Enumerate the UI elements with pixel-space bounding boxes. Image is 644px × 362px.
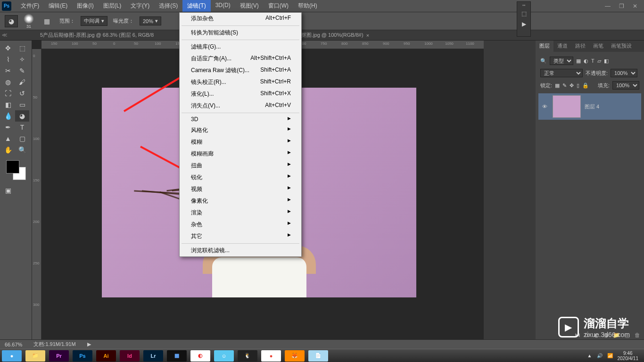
minimize-button[interactable]: — (605, 3, 611, 9)
color-swatches[interactable] (6, 160, 26, 180)
filter-smart-icon[interactable]: ◧ (604, 58, 609, 64)
pen-tool[interactable]: ✒ (1, 122, 15, 133)
menu-item[interactable]: 添加杂色Alt+Ctrl+F (180, 13, 301, 25)
menu-图像[interactable]: 图像(I) (72, 0, 98, 12)
tray-wifi-icon[interactable]: 📶 (607, 353, 613, 358)
panel-tab[interactable]: 画笔 (589, 41, 607, 52)
eraser-tool[interactable]: ◧ (1, 99, 15, 110)
taskbar-app[interactable]: ▦ (167, 350, 187, 362)
menu-item[interactable]: 消失点(V)...Alt+Ctrl+V (180, 100, 301, 112)
tab-scroll-left[interactable]: ≪ (2, 32, 8, 38)
blur-tool[interactable]: 💧 (1, 110, 15, 122)
floating-panel[interactable]: ▪▪ ⬚ ▶ (517, 1, 531, 37)
magic-wand-tool[interactable]: ✧ (15, 54, 29, 65)
menu-item[interactable]: Camera Raw 滤镜(C)...Shift+Ctrl+A (180, 65, 301, 76)
zoom-level[interactable]: 66.67% (5, 342, 22, 347)
taskbar-app[interactable]: 📄 (308, 350, 328, 362)
close-tab-icon[interactable]: × (366, 33, 369, 38)
filter-adjust-icon[interactable]: ◐ (584, 58, 588, 64)
menu-item[interactable]: 像素化▶ (180, 195, 301, 207)
filter-type-icon[interactable]: T (591, 58, 594, 64)
shape-tool[interactable]: ▢ (15, 133, 29, 144)
panel-icon[interactable]: ⬚ (517, 8, 530, 19)
menu-文字[interactable]: 文字(Y) (126, 0, 154, 12)
layer-filter-dropdown[interactable]: 类型 (550, 57, 573, 65)
menu-item[interactable]: 锐化▶ (180, 172, 301, 183)
menu-item[interactable]: 杂色▶ (180, 219, 301, 230)
tray-flag-icon[interactable]: ▲ (587, 353, 592, 358)
menu-item[interactable]: 浏览联机滤镜... (180, 245, 301, 256)
spot-heal-tool[interactable]: ◍ (1, 76, 15, 88)
menu-滤镜[interactable]: 滤镜(T) (182, 0, 210, 12)
play-icon[interactable]: ▶ (517, 19, 530, 29)
brush-preview[interactable] (24, 14, 34, 24)
taskbar-app[interactable]: 🦊 (285, 350, 305, 362)
range-dropdown[interactable]: 中间调▾ (81, 16, 107, 26)
menu-item[interactable]: 转换为智能滤镜(S) (180, 27, 301, 39)
menu-3d[interactable]: 3D(D) (211, 0, 235, 12)
quickmask-toggle[interactable]: ▣ (1, 185, 15, 196)
clock-date[interactable]: 2020/4/11 (618, 356, 639, 361)
panel-tab[interactable]: 通道 (553, 41, 571, 52)
panel-tab[interactable]: 画笔预设 (607, 41, 636, 52)
filter-image-icon[interactable]: ▦ (576, 58, 581, 64)
lock-brush-icon[interactable]: ✎ (562, 82, 567, 89)
clock-time[interactable]: 9:46 (618, 351, 639, 356)
stamp-tool[interactable]: ⛶ (1, 88, 15, 99)
layer-row[interactable]: 👁 图层 4 (538, 93, 641, 120)
fill-input[interactable]: 100% (612, 81, 639, 90)
brush-tool[interactable]: 🖌 (15, 76, 29, 88)
brush-panel-icon[interactable]: ▦ (40, 16, 54, 27)
active-tool-preview[interactable]: ◕ (5, 15, 18, 27)
zoom-tool[interactable]: 🔍 (15, 144, 29, 156)
path-select-tool[interactable]: ▲ (1, 133, 15, 144)
document-tab[interactable]: 5产品后期修图-原图.jpg @ 68.3% (图层 6, RGB/8 (35, 30, 158, 40)
gradient-tool[interactable]: ▭ (15, 99, 29, 110)
close-button[interactable]: ✕ (633, 3, 637, 9)
menu-文件[interactable]: 文件(F) (16, 0, 44, 12)
menu-item[interactable]: 镜头校正(R)...Shift+Ctrl+R (180, 76, 301, 88)
taskbar-app[interactable]: Lr (143, 350, 163, 362)
menu-item[interactable]: 液化(L)...Shift+Ctrl+X (180, 88, 301, 100)
blend-mode-dropdown[interactable]: 正常 (540, 69, 583, 77)
exposure-input[interactable]: 20%▾ (140, 16, 161, 25)
tray-network-icon[interactable]: 🔊 (597, 353, 603, 358)
menu-item[interactable]: 其它▶ (180, 230, 301, 242)
visibility-toggle[interactable]: 👁 (540, 104, 549, 109)
hand-tool[interactable]: ✋ (1, 144, 15, 156)
type-tool[interactable]: T (15, 122, 29, 133)
menu-item[interactable]: 滤镜库(G)... (180, 41, 301, 53)
maximize-button[interactable]: ❐ (619, 3, 624, 9)
menu-选择[interactable]: 选择(S) (154, 0, 182, 12)
menu-item[interactable]: 自适应广角(A)...Alt+Shift+Ctrl+A (180, 53, 301, 65)
taskbar-app[interactable]: Pr (49, 350, 69, 362)
dodge-tool[interactable]: ◕ (15, 110, 29, 122)
taskbar-app[interactable]: ◐ (190, 350, 210, 362)
crop-tool[interactable]: ✂ (1, 65, 15, 76)
menu-item[interactable]: 渲染▶ (180, 207, 301, 219)
lock-all-icon[interactable]: 🔒 (582, 82, 589, 89)
delete-layer-icon[interactable]: 🗑 (635, 332, 640, 338)
filter-shape-icon[interactable]: ▱ (597, 58, 601, 64)
layer-thumbnail[interactable] (553, 95, 581, 118)
taskbar-app[interactable]: 📁 (25, 350, 45, 362)
taskbar-app[interactable]: Ai (96, 350, 116, 362)
status-arrow-icon[interactable]: ▶ (87, 341, 91, 347)
lock-artboard-icon[interactable]: ▯ (577, 82, 579, 89)
foreground-color[interactable] (6, 160, 19, 173)
menu-编辑[interactable]: 编辑(E) (44, 0, 72, 12)
layer-name[interactable]: 图层 4 (585, 103, 599, 110)
menu-item[interactable]: 模糊画廊▶ (180, 148, 301, 160)
menu-视图[interactable]: 视图(V) (235, 0, 264, 12)
menu-item[interactable]: 3D▶ (180, 114, 301, 124)
panel-tab[interactable]: 图层 (536, 41, 553, 52)
menu-图层[interactable]: 图层(L) (99, 0, 126, 12)
menu-item[interactable]: 视频▶ (180, 183, 301, 195)
taskbar-app[interactable]: ● (261, 350, 281, 362)
opacity-input[interactable]: 100% (611, 69, 637, 77)
menu-item[interactable]: 扭曲▶ (180, 160, 301, 172)
taskbar-app[interactable]: Id (120, 350, 140, 362)
taskbar-app[interactable]: ● (2, 350, 22, 362)
menu-item[interactable]: 模糊▶ (180, 136, 301, 148)
marquee-tool[interactable]: ⬚ (15, 42, 29, 54)
